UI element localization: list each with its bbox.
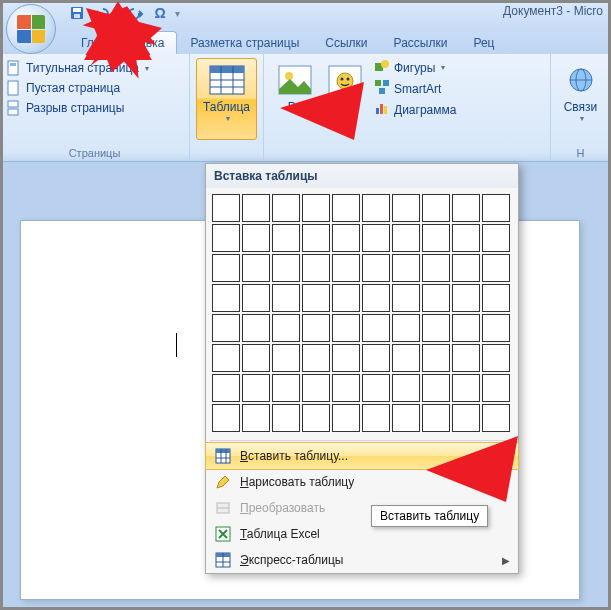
grid-cell[interactable] xyxy=(332,344,360,372)
table-size-grid[interactable] xyxy=(206,188,518,438)
grid-cell[interactable] xyxy=(422,194,450,222)
grid-cell[interactable] xyxy=(482,224,510,252)
grid-cell[interactable] xyxy=(242,194,270,222)
quick-tables-item[interactable]: Экспресс-таблицы ▶ xyxy=(206,547,518,573)
grid-cell[interactable] xyxy=(392,194,420,222)
grid-cell[interactable] xyxy=(362,314,390,342)
grid-cell[interactable] xyxy=(422,254,450,282)
grid-cell[interactable] xyxy=(242,314,270,342)
grid-cell[interactable] xyxy=(272,374,300,402)
grid-cell[interactable] xyxy=(452,224,480,252)
grid-cell[interactable] xyxy=(452,194,480,222)
grid-cell[interactable] xyxy=(482,194,510,222)
grid-cell[interactable] xyxy=(212,224,240,252)
grid-cell[interactable] xyxy=(392,404,420,432)
blank-page-button[interactable]: Пустая страница xyxy=(6,80,149,96)
grid-cell[interactable] xyxy=(452,404,480,432)
grid-cell[interactable] xyxy=(242,254,270,282)
grid-cell[interactable] xyxy=(422,314,450,342)
grid-cell[interactable] xyxy=(452,314,480,342)
title-page-icon xyxy=(6,60,22,76)
grid-cell[interactable] xyxy=(422,404,450,432)
smartart-button[interactable]: SmartArt xyxy=(374,79,456,98)
grid-cell[interactable] xyxy=(362,344,390,372)
grid-cell[interactable] xyxy=(482,254,510,282)
grid-cell[interactable] xyxy=(242,374,270,402)
grid-cell[interactable] xyxy=(392,344,420,372)
grid-cell[interactable] xyxy=(362,194,390,222)
qat-dropdown[interactable]: ▾ xyxy=(175,8,180,19)
grid-cell[interactable] xyxy=(242,404,270,432)
grid-cell[interactable] xyxy=(212,374,240,402)
grid-cell[interactable] xyxy=(482,344,510,372)
grid-cell[interactable] xyxy=(392,224,420,252)
grid-cell[interactable] xyxy=(212,404,240,432)
grid-cell[interactable] xyxy=(422,224,450,252)
grid-cell[interactable] xyxy=(272,224,300,252)
grid-cell[interactable] xyxy=(452,284,480,312)
tab-layout[interactable]: Разметка страницы xyxy=(177,31,312,54)
grid-cell[interactable] xyxy=(272,254,300,282)
grid-cell[interactable] xyxy=(212,314,240,342)
page-break-button[interactable]: Разрыв страницы xyxy=(6,100,149,116)
grid-cell[interactable] xyxy=(482,404,510,432)
grid-cell[interactable] xyxy=(392,314,420,342)
grid-cell[interactable] xyxy=(302,284,330,312)
grid-cell[interactable] xyxy=(212,194,240,222)
svg-marker-47 xyxy=(280,82,364,140)
grid-cell[interactable] xyxy=(302,374,330,402)
grid-cell[interactable] xyxy=(422,374,450,402)
grid-cell[interactable] xyxy=(272,194,300,222)
grid-cell[interactable] xyxy=(332,254,360,282)
office-button[interactable] xyxy=(6,4,56,54)
grid-cell[interactable] xyxy=(362,284,390,312)
grid-cell[interactable] xyxy=(242,284,270,312)
grid-cell[interactable] xyxy=(212,254,240,282)
grid-cell[interactable] xyxy=(362,374,390,402)
grid-cell[interactable] xyxy=(242,344,270,372)
grid-cell[interactable] xyxy=(482,284,510,312)
grid-cell[interactable] xyxy=(482,374,510,402)
grid-cell[interactable] xyxy=(272,404,300,432)
grid-cell[interactable] xyxy=(242,224,270,252)
grid-cell[interactable] xyxy=(332,314,360,342)
tab-mailings[interactable]: Рассылки xyxy=(381,31,461,54)
grid-cell[interactable] xyxy=(362,404,390,432)
grid-cell[interactable] xyxy=(332,284,360,312)
grid-cell[interactable] xyxy=(392,284,420,312)
table-button[interactable]: Таблица ▾ xyxy=(196,58,257,140)
grid-cell[interactable] xyxy=(302,254,330,282)
shapes-icon xyxy=(374,58,390,77)
grid-cell[interactable] xyxy=(302,314,330,342)
grid-cell[interactable] xyxy=(332,374,360,402)
grid-cell[interactable] xyxy=(332,404,360,432)
grid-cell[interactable] xyxy=(332,194,360,222)
grid-cell[interactable] xyxy=(392,374,420,402)
tab-review[interactable]: Рец xyxy=(460,31,507,54)
grid-cell[interactable] xyxy=(362,254,390,282)
group-links-next: Н xyxy=(557,145,604,159)
grid-cell[interactable] xyxy=(482,314,510,342)
grid-cell[interactable] xyxy=(452,374,480,402)
grid-cell[interactable] xyxy=(452,254,480,282)
links-button[interactable]: Связи ▾ xyxy=(557,58,604,140)
grid-cell[interactable] xyxy=(272,284,300,312)
group-illustrations-label xyxy=(270,157,544,159)
chart-button[interactable]: Диаграмма xyxy=(374,100,456,119)
grid-cell[interactable] xyxy=(362,224,390,252)
grid-cell[interactable] xyxy=(302,224,330,252)
grid-cell[interactable] xyxy=(392,254,420,282)
grid-cell[interactable] xyxy=(302,194,330,222)
grid-cell[interactable] xyxy=(452,344,480,372)
shapes-button[interactable]: Фигуры ▾ xyxy=(374,58,456,77)
grid-cell[interactable] xyxy=(272,344,300,372)
grid-cell[interactable] xyxy=(422,344,450,372)
grid-cell[interactable] xyxy=(212,284,240,312)
grid-cell[interactable] xyxy=(272,314,300,342)
grid-cell[interactable] xyxy=(302,344,330,372)
grid-cell[interactable] xyxy=(212,344,240,372)
grid-cell[interactable] xyxy=(422,284,450,312)
grid-cell[interactable] xyxy=(302,404,330,432)
grid-cell[interactable] xyxy=(332,224,360,252)
tab-references[interactable]: Ссылки xyxy=(312,31,380,54)
